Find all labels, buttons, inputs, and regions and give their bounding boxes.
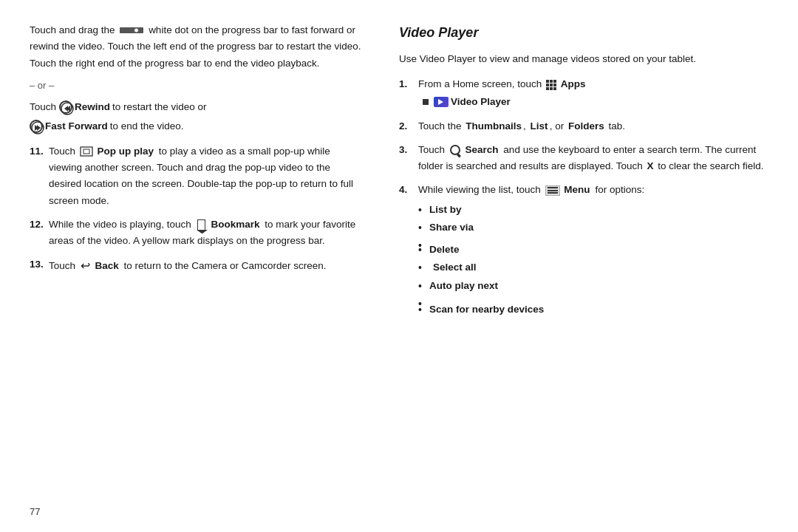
search-label: Search [466,144,499,155]
apps-label: Apps [561,78,586,89]
right-item-3-content: Touch Search and use the keyboard to ent… [418,142,768,175]
list-item-13: 13. Touch ↩ Back to return to the Camera… [30,256,362,276]
rewind-label: Rewind [75,99,110,115]
right-list: 1. From a Home screen, touch Apps [399,76,768,320]
right-column: Video Player Use Video Player to view an… [384,22,768,510]
item-13-num: 13. [30,256,46,276]
menu-label: Menu [564,184,590,195]
bullet-delete: Delete [418,242,768,257]
page-number: 77 [30,506,40,517]
item-11-label: Pop up play [98,146,154,157]
bullet-scan: Scan for nearby devices [418,302,768,317]
item-12-num: 12. [30,216,46,250]
folders-label: Folders [568,120,604,132]
rewind-suffix: to restart the video or [112,99,207,115]
right-item-1: 1. From a Home screen, touch Apps [399,76,768,111]
ff-line: Fast Forward to end the video. [30,118,362,134]
item-12-content: While the video is playing, touch Bookma… [49,216,362,250]
right-item-2: 2. Touch the Thumbnails, List, or Folder… [399,118,768,134]
list-label: List [531,120,548,132]
select-all-item: Select all [418,260,768,275]
section-title: Video Player [399,22,768,44]
auto-play-label: Auto play next [429,280,498,291]
list-item-12: 12. While the video is playing, touch Bo… [30,216,362,250]
thumbnails-label: Thumbnails [466,120,522,132]
touch-label: Touch [30,99,56,115]
svg-rect-7 [83,149,89,154]
svg-marker-5 [37,125,41,131]
square-bullet [423,99,429,105]
right-item-4-num: 4. [399,182,415,320]
list-by-label: List by [429,204,462,215]
rewind-icon [59,100,72,114]
left-list: 11. Touch Pop up play to play a video as… [30,143,362,276]
right-intro: Use Video Player to view and manage vide… [399,51,768,67]
menu-icon [545,185,560,196]
right-item-1-text: From a Home screen, touch [418,78,542,89]
search-icon [450,145,460,155]
scan-label: Scan for nearby devices [429,304,544,315]
progress-bar-icon [120,27,143,33]
bullet-auto-play: Auto play next [418,279,768,293]
ff-suffix: to end the video. [110,118,184,134]
item-13-before: Touch [49,260,75,271]
right-item-2-content: Touch the Thumbnails, List, or Folders t… [418,118,768,134]
right-item-3: 3. Touch Search and use the keyboard to … [399,142,768,175]
comma2: , or [550,120,565,132]
x-label: X [647,160,653,171]
right-item-4-content: While viewing the list, touch Menu for o… [418,182,768,320]
touch-rewind-line: Touch Rewind to restart the video or [30,99,362,115]
right-item-4-before: While viewing the list, touch [418,184,541,195]
right-item-2-after: tab. [608,120,625,132]
or-divider: – or – [30,78,362,93]
right-item-3-end: to clear the search field. [658,160,763,171]
share-via-label: Share via [429,222,474,233]
options-list: List by Share via Delete Select all [418,202,768,318]
delete-label: Delete [429,244,460,255]
item-13-after: to return to the Camera or Camcorder scr… [124,260,327,271]
intro-text: Touch and drag the [30,24,115,35]
comma1: , [523,120,526,132]
right-item-3-num: 3. [399,142,415,175]
select-all-label: Select all [433,262,477,273]
bookmark-icon [197,219,205,230]
item-11-num: 11. [30,143,46,209]
right-item-4: 4. While viewing the list, touch Menu fo… [399,182,768,320]
right-item-2-before: Touch the [418,120,462,132]
right-item-1-content: From a Home screen, touch Apps Video Pla… [418,76,768,111]
right-item-4-after: for options: [595,184,644,195]
fast-forward-icon [30,120,43,133]
right-item-2-num: 2. [399,118,415,134]
ff-label: Fast Forward [45,118,108,134]
bullet-share-via: Share via [418,220,768,235]
left-intro-block: Touch and drag the white dot on the prog… [30,22,362,134]
page-container: Touch and drag the white dot on the prog… [0,0,798,532]
right-item-3-before: Touch [418,144,445,155]
bullet-list-by: List by [418,202,768,217]
bullet-spacer2 [418,296,768,302]
right-item-1-num: 1. [399,76,415,111]
left-column: Touch and drag the white dot on the prog… [30,22,384,510]
video-player-app-icon [434,97,449,107]
item-11-before: Touch [49,146,75,157]
list-item-11: 11. Touch Pop up play to play a video as… [30,143,362,209]
item-11-after: to play a video as a small pop-up while … [49,146,353,206]
item-12-label: Bookmark [211,219,259,230]
popup-play-icon [80,146,93,157]
back-icon: ↩ [81,256,90,276]
item-12-before: While the video is playing, touch [49,219,191,230]
item-13-label: Back [95,260,119,271]
svg-rect-6 [81,147,92,156]
video-player-label: Video Player [451,94,511,110]
apps-grid-icon [546,80,556,90]
item-13-content: Touch ↩ Back to return to the Camera or … [49,256,362,276]
item-11-content: Touch Pop up play to play a video as a s… [49,143,362,209]
